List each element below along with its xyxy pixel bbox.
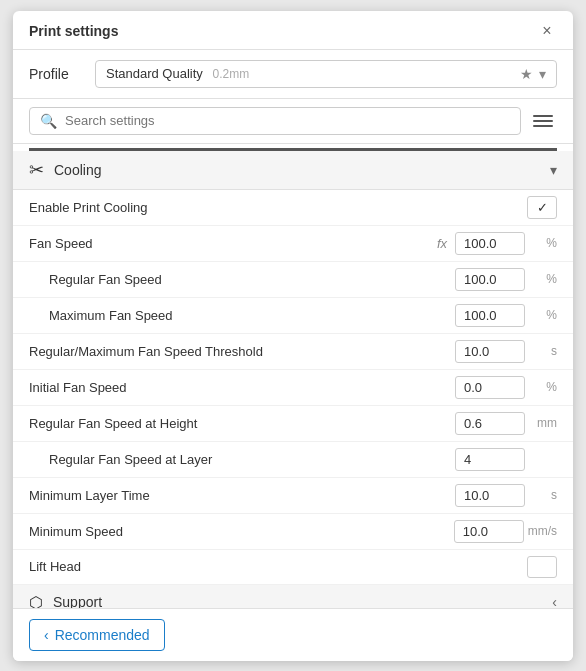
setting-controls: ✓ xyxy=(527,196,557,219)
initial-fan-speed-input[interactable]: 0.0 xyxy=(455,376,525,399)
setting-label: Enable Print Cooling xyxy=(29,200,527,215)
fan-speed-unit: % xyxy=(529,236,557,250)
setting-label: Initial Fan Speed xyxy=(29,380,455,395)
max-fan-speed-input[interactable]: 100.0 xyxy=(455,304,525,327)
search-box: 🔍 xyxy=(29,107,521,135)
support-icon: ⬡ xyxy=(29,593,43,608)
min-layer-time-input[interactable]: 10.0 xyxy=(455,484,525,507)
panel-title: Print settings xyxy=(29,23,118,39)
settings-row: Initial Fan Speed 0.0 % xyxy=(13,370,573,406)
search-input[interactable] xyxy=(65,113,510,128)
fan-speed-threshold-input[interactable]: 10.0 xyxy=(455,340,525,363)
menu-icon[interactable] xyxy=(529,107,557,135)
min-speed-unit: mm/s xyxy=(528,524,557,538)
regular-fan-speed-unit: % xyxy=(529,272,557,286)
profile-sub-value: 0.2mm xyxy=(212,67,249,81)
settings-row: Regular/Maximum Fan Speed Threshold 10.0… xyxy=(13,334,573,370)
fx-icon: fx xyxy=(437,236,447,251)
fan-speed-layer-input[interactable]: 4 xyxy=(455,448,525,471)
settings-row: Regular Fan Speed 100.0 % xyxy=(13,262,573,298)
setting-label: Fan Speed xyxy=(29,236,437,251)
support-section-header[interactable]: ⬡ Support ‹ xyxy=(13,585,573,608)
setting-label: Regular Fan Speed at Layer xyxy=(49,452,455,467)
recommended-button[interactable]: ‹ Recommended xyxy=(29,619,165,651)
setting-controls: 10.0 mm/s xyxy=(454,520,557,543)
settings-row: Regular Fan Speed at Height 0.6 mm xyxy=(13,406,573,442)
profile-label: Profile xyxy=(29,66,79,82)
menu-line-1 xyxy=(533,115,553,117)
setting-controls: 4 xyxy=(455,448,557,471)
profile-row: Profile Standard Quality 0.2mm ★ ▾ xyxy=(13,50,573,99)
settings-row: Lift Head xyxy=(13,550,573,585)
search-row: 🔍 xyxy=(13,99,573,144)
search-icon: 🔍 xyxy=(40,113,57,129)
max-fan-speed-unit: % xyxy=(529,308,557,322)
min-layer-time-unit: s xyxy=(529,488,557,502)
setting-controls: 10.0 s xyxy=(455,340,557,363)
enable-cooling-checkbox[interactable]: ✓ xyxy=(527,196,557,219)
fan-speed-height-unit: mm xyxy=(529,416,557,430)
fan-speed-threshold-unit: s xyxy=(529,344,557,358)
setting-controls: 0.6 mm xyxy=(455,412,557,435)
chevron-down-icon: ▾ xyxy=(539,66,546,82)
profile-value: Standard Quality xyxy=(106,66,203,81)
fan-speed-input[interactable]: 100.0 xyxy=(455,232,525,255)
cooling-icon: ✂ xyxy=(29,159,44,181)
profile-icons: ★ ▾ xyxy=(520,66,546,82)
menu-line-3 xyxy=(533,125,553,127)
chevron-left-icon: ‹ xyxy=(44,627,49,643)
panel-header: Print settings × xyxy=(13,11,573,50)
cooling-section-header[interactable]: ✂ Cooling ▾ xyxy=(13,151,573,190)
support-chevron: ‹ xyxy=(552,594,557,608)
setting-label: Regular Fan Speed xyxy=(49,272,455,287)
setting-controls: 100.0 % xyxy=(455,268,557,291)
footer: ‹ Recommended xyxy=(13,608,573,661)
cooling-title: Cooling xyxy=(54,162,550,178)
setting-label: Minimum Layer Time xyxy=(29,488,455,503)
settings-row: Minimum Layer Time 10.0 s xyxy=(13,478,573,514)
regular-fan-speed-input[interactable]: 100.0 xyxy=(455,268,525,291)
settings-row: Maximum Fan Speed 100.0 % xyxy=(13,298,573,334)
setting-label: Maximum Fan Speed xyxy=(49,308,455,323)
settings-row: Regular Fan Speed at Layer 4 xyxy=(13,442,573,478)
profile-select[interactable]: Standard Quality 0.2mm ★ ▾ xyxy=(95,60,557,88)
setting-label: Minimum Speed xyxy=(29,524,454,539)
setting-label: Lift Head xyxy=(29,559,527,574)
star-icon: ★ xyxy=(520,66,533,82)
fan-speed-height-input[interactable]: 0.6 xyxy=(455,412,525,435)
settings-row: Enable Print Cooling ✓ xyxy=(13,190,573,226)
print-settings-panel: Print settings × Profile Standard Qualit… xyxy=(13,11,573,661)
cooling-settings: Enable Print Cooling ✓ Fan Speed fx 100.… xyxy=(13,190,573,585)
cooling-chevron: ▾ xyxy=(550,162,557,178)
lift-head-checkbox[interactable] xyxy=(527,556,557,578)
setting-controls: 100.0 % xyxy=(455,304,557,327)
setting-controls: fx 100.0 % xyxy=(437,232,557,255)
setting-controls: 10.0 s xyxy=(455,484,557,507)
setting-label: Regular Fan Speed at Height xyxy=(29,416,455,431)
settings-row: Minimum Speed 10.0 mm/s xyxy=(13,514,573,550)
content-area: ✂ Cooling ▾ Enable Print Cooling ✓ Fan S… xyxy=(13,144,573,608)
initial-fan-speed-unit: % xyxy=(529,380,557,394)
setting-label: Regular/Maximum Fan Speed Threshold xyxy=(29,344,455,359)
menu-line-2 xyxy=(533,120,553,122)
setting-controls xyxy=(527,556,557,578)
close-button[interactable]: × xyxy=(537,21,557,41)
setting-controls: 0.0 % xyxy=(455,376,557,399)
min-speed-input[interactable]: 10.0 xyxy=(454,520,524,543)
support-title: Support xyxy=(53,594,552,608)
settings-row: Fan Speed fx 100.0 % xyxy=(13,226,573,262)
recommended-label: Recommended xyxy=(55,627,150,643)
